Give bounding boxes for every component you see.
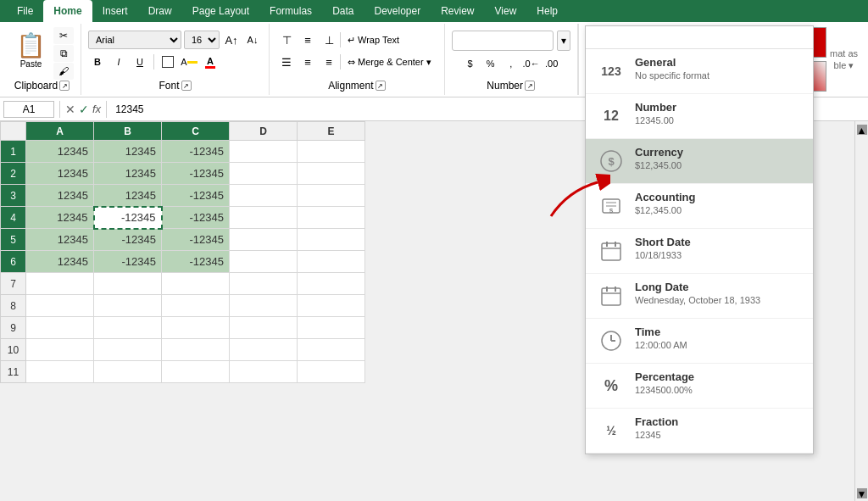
bold-button[interactable]: B xyxy=(88,53,107,71)
cell[interactable]: -12345 xyxy=(162,229,230,251)
format-item-short_date[interactable]: Short Date10/18/1933 xyxy=(586,229,813,274)
cell[interactable]: 12345 xyxy=(26,207,94,229)
cell[interactable] xyxy=(26,361,94,383)
align-top-button[interactable]: ⊤ xyxy=(276,31,297,49)
increase-decimal-button[interactable]: .00 xyxy=(542,54,561,73)
tab-developer[interactable]: Developer xyxy=(364,0,431,22)
cell[interactable] xyxy=(162,361,230,383)
format-search-input[interactable] xyxy=(586,26,813,49)
cell[interactable] xyxy=(230,295,298,317)
format-item-fraction[interactable]: ½Fraction12345 xyxy=(586,409,813,454)
alignment-expand[interactable]: ↗ xyxy=(376,81,386,91)
col-header-C[interactable]: C xyxy=(162,122,230,141)
align-right-button[interactable]: ≡ xyxy=(319,53,339,71)
cell[interactable] xyxy=(94,273,162,295)
cell[interactable] xyxy=(230,251,298,273)
font-decrease-button[interactable]: A↓ xyxy=(243,31,262,49)
format-item-general[interactable]: 123GeneralNo specific format xyxy=(586,49,813,94)
format-item-currency[interactable]: $Currency$12,345.00 xyxy=(586,139,813,184)
cell[interactable]: -12345 xyxy=(94,207,162,229)
number-format-dropdown-button[interactable]: ▾ xyxy=(557,31,570,51)
cell[interactable] xyxy=(298,229,365,251)
cell[interactable] xyxy=(162,339,230,361)
cell[interactable] xyxy=(26,273,94,295)
tab-page-layout[interactable]: Page Layout xyxy=(182,0,259,22)
currency-style-button[interactable]: $ xyxy=(461,54,480,73)
comma-style-button[interactable]: , xyxy=(502,54,520,73)
cut-button[interactable]: ✂ xyxy=(53,27,74,44)
cell[interactable] xyxy=(298,273,365,295)
cell[interactable] xyxy=(26,317,94,339)
row-header-7[interactable]: 7 xyxy=(1,273,26,295)
cell[interactable]: -12345 xyxy=(94,229,162,251)
tab-help[interactable]: Help xyxy=(526,0,568,22)
cell[interactable]: -12345 xyxy=(94,251,162,273)
cell[interactable]: 12345 xyxy=(94,185,162,207)
font-size-select[interactable]: 16 xyxy=(184,31,220,49)
tab-home[interactable]: Home xyxy=(43,0,92,22)
row-header-3[interactable]: 3 xyxy=(1,185,26,207)
format-item-accounting[interactable]: $Accounting$12,345.00 xyxy=(586,184,813,229)
cell[interactable]: -12345 xyxy=(162,251,230,273)
cell[interactable] xyxy=(230,163,298,185)
font-expand[interactable]: ↗ xyxy=(181,81,192,91)
cell[interactable] xyxy=(298,141,365,163)
cell-reference-input[interactable]: A1 xyxy=(3,101,54,118)
tab-review[interactable]: Review xyxy=(431,0,484,22)
cell[interactable] xyxy=(298,163,365,185)
align-bottom-button[interactable]: ⊥ xyxy=(319,31,339,49)
fill-color-button[interactable]: A xyxy=(180,53,198,71)
cell[interactable]: 12345 xyxy=(26,251,94,273)
sidebar-scrollbar[interactable]: ▲ ▼ xyxy=(854,121,868,501)
scroll-down-button[interactable]: ▼ xyxy=(857,488,867,498)
font-increase-button[interactable]: A↑ xyxy=(222,31,241,49)
merge-center-button[interactable]: ⇔ Merge & Center ▾ xyxy=(342,53,437,71)
cell[interactable] xyxy=(230,317,298,339)
cell[interactable]: -12345 xyxy=(162,207,230,229)
paste-button[interactable]: 📋 Paste xyxy=(10,27,52,73)
row-header-11[interactable]: 11 xyxy=(1,361,26,383)
tab-insert[interactable]: Insert xyxy=(92,0,138,22)
align-middle-button[interactable]: ≡ xyxy=(298,31,318,49)
align-left-button[interactable]: ☰ xyxy=(276,53,297,71)
tab-file[interactable]: File xyxy=(7,0,43,22)
row-header-6[interactable]: 6 xyxy=(1,251,26,273)
copy-button[interactable]: ⧉ xyxy=(53,45,74,62)
cell[interactable] xyxy=(230,185,298,207)
cell[interactable] xyxy=(94,361,162,383)
cell[interactable] xyxy=(298,251,365,273)
col-header-A[interactable]: A xyxy=(26,122,94,141)
cell[interactable] xyxy=(26,295,94,317)
tab-data[interactable]: Data xyxy=(322,0,364,22)
align-center-button[interactable]: ≡ xyxy=(298,53,318,71)
number-expand[interactable]: ↗ xyxy=(525,81,535,91)
percent-style-button[interactable]: % xyxy=(481,54,500,73)
row-header-9[interactable]: 9 xyxy=(1,317,26,339)
cell[interactable]: -12345 xyxy=(162,141,230,163)
col-header-B[interactable]: B xyxy=(94,122,162,141)
cell[interactable] xyxy=(162,273,230,295)
confirm-formula-button[interactable]: ✓ xyxy=(79,103,89,116)
cell[interactable]: 12345 xyxy=(26,141,94,163)
cell[interactable] xyxy=(230,229,298,251)
format-item-number[interactable]: 12Number12345.00 xyxy=(586,94,813,139)
cell[interactable] xyxy=(298,317,365,339)
tab-view[interactable]: View xyxy=(485,0,527,22)
tab-formulas[interactable]: Formulas xyxy=(259,0,322,22)
cell[interactable]: -12345 xyxy=(162,185,230,207)
cell[interactable] xyxy=(94,317,162,339)
cell[interactable] xyxy=(230,141,298,163)
cell[interactable]: 12345 xyxy=(26,163,94,185)
row-header-8[interactable]: 8 xyxy=(1,295,26,317)
number-format-input[interactable] xyxy=(452,31,554,51)
cell[interactable]: -12345 xyxy=(162,163,230,185)
cell[interactable] xyxy=(230,361,298,383)
cell[interactable] xyxy=(94,295,162,317)
cell[interactable]: 12345 xyxy=(94,163,162,185)
italic-button[interactable]: I xyxy=(109,53,128,71)
font-family-select[interactable]: Arial xyxy=(88,31,181,49)
clipboard-expand[interactable]: ↗ xyxy=(59,81,70,91)
cell[interactable] xyxy=(298,207,365,229)
cancel-formula-button[interactable]: ✕ xyxy=(65,103,75,116)
cell[interactable] xyxy=(298,339,365,361)
